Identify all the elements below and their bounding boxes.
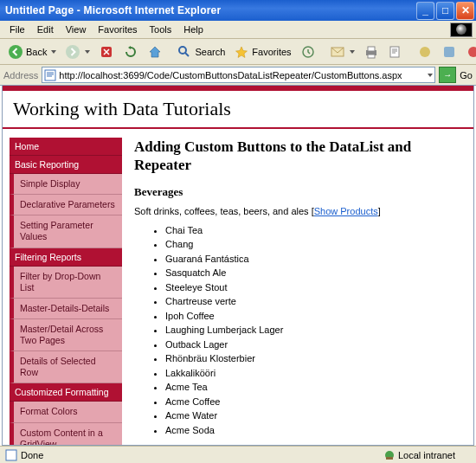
address-label: Address	[3, 70, 38, 80]
list-item: Sasquatch Ale	[165, 266, 463, 280]
list-item: Ipoh Coffee	[165, 309, 463, 324]
svg-line-4	[185, 53, 189, 56]
sidebar-category[interactable]: Customized Formatting	[10, 383, 122, 402]
history-button[interactable]	[296, 42, 320, 62]
done-icon	[5, 449, 17, 461]
status-text: Done	[21, 450, 43, 460]
list-item: Chai Tea	[165, 223, 463, 238]
edit-button[interactable]	[383, 42, 408, 62]
address-bar: Address → Go	[0, 65, 476, 86]
show-products-link[interactable]: Show Products	[314, 206, 378, 216]
favorites-button[interactable]: Favorites	[229, 42, 295, 62]
window-title: Untitled Page - Microsoft Internet Explo…	[5, 4, 415, 16]
mail-button[interactable]	[325, 42, 359, 62]
sidebar-item[interactable]: Details of Selected Row	[10, 351, 122, 383]
favorites-label: Favorites	[252, 47, 291, 57]
product-list: Chai TeaChangGuaraná FantásticaSasquatch…	[165, 223, 463, 438]
svg-rect-8	[368, 47, 375, 51]
url-box[interactable]	[42, 67, 435, 83]
minimize-button[interactable]: _	[416, 2, 434, 20]
search-button[interactable]: Search	[172, 42, 229, 62]
url-input[interactable]	[59, 70, 425, 80]
throbber-icon	[450, 23, 473, 37]
sidebar-category[interactable]: Basic Reporting	[10, 156, 122, 174]
list-item: Chartreuse verte	[165, 294, 463, 309]
svg-rect-9	[368, 55, 375, 58]
mail-icon	[330, 44, 345, 60]
generic-icon	[466, 44, 476, 60]
svg-point-0	[9, 45, 23, 59]
sidebar: HomeBasic ReportingSimple DisplayDeclara…	[10, 138, 122, 446]
list-item: Guaraná Fantástica	[165, 252, 463, 267]
sidebar-item[interactable]: Format Colors	[10, 402, 122, 422]
generic-icon	[441, 44, 457, 60]
security-zone: Local intranet	[383, 449, 455, 461]
extra-button-2[interactable]	[437, 42, 461, 62]
section-heading: Beverages	[134, 185, 463, 199]
history-icon	[300, 44, 316, 60]
go-button[interactable]: →	[439, 67, 456, 83]
stop-icon	[99, 44, 114, 60]
sidebar-item[interactable]: Setting Parameter Values	[10, 215, 122, 248]
intranet-icon	[383, 449, 396, 461]
home-icon	[147, 44, 163, 60]
menubar: File Edit View Favorites Tools Help	[0, 21, 476, 39]
toolbar: Back Search Favorites	[0, 39, 476, 65]
statusbar: Done Local intranet	[0, 446, 476, 463]
refresh-icon	[123, 44, 138, 60]
close-button[interactable]: ✕	[456, 2, 474, 20]
back-icon	[8, 44, 23, 60]
generic-icon	[417, 44, 433, 60]
svg-rect-12	[444, 47, 454, 57]
svg-rect-15	[6, 450, 16, 460]
content-viewport[interactable]: Working with Data Tutorials HomeBasic Re…	[2, 86, 474, 446]
menu-file[interactable]: File	[3, 23, 31, 36]
forward-icon	[65, 44, 80, 60]
sidebar-item[interactable]: Declarative Parameters	[10, 195, 122, 215]
list-item: Lakkalikööri	[165, 366, 463, 381]
refresh-button[interactable]	[119, 42, 143, 62]
window-titlebar: Untitled Page - Microsoft Internet Explo…	[0, 0, 476, 21]
menu-tools[interactable]: Tools	[144, 23, 178, 36]
star-icon	[234, 44, 249, 60]
svg-point-1	[66, 45, 80, 59]
extra-button-3[interactable]	[461, 42, 476, 62]
sidebar-category[interactable]: Home	[10, 138, 122, 156]
list-item: Acme Soda	[165, 423, 463, 438]
sidebar-item[interactable]: Custom Content in a GridView	[10, 423, 122, 447]
main-content: Adding Custom Buttons to the DataList an…	[134, 138, 466, 446]
menu-view[interactable]: View	[60, 23, 93, 36]
page-icon	[44, 69, 56, 81]
svg-rect-10	[390, 47, 399, 57]
search-icon	[177, 44, 192, 60]
list-item: Acme Tea	[165, 380, 463, 395]
search-label: Search	[195, 47, 225, 57]
extra-button-1[interactable]	[413, 42, 437, 62]
section-description: Soft drinks, coffees, teas, beers, and a…	[134, 206, 463, 216]
sidebar-item[interactable]: Master/Detail Across Two Pages	[10, 319, 122, 351]
print-icon	[363, 44, 379, 60]
back-label: Back	[26, 47, 47, 57]
back-button[interactable]: Back	[3, 42, 61, 62]
svg-point-3	[179, 47, 186, 54]
sidebar-category[interactable]: Filtering Reports	[10, 248, 122, 267]
stop-button[interactable]	[94, 42, 119, 62]
forward-button[interactable]	[61, 42, 94, 62]
home-button[interactable]	[143, 42, 167, 62]
list-item: Rhönbräu Klosterbier	[165, 351, 463, 366]
print-button[interactable]	[359, 42, 383, 62]
sidebar-item[interactable]: Filter by Drop-Down List	[10, 267, 122, 299]
go-label: Go	[460, 70, 473, 80]
menu-favorites[interactable]: Favorites	[92, 23, 143, 36]
menu-edit[interactable]: Edit	[31, 23, 60, 36]
list-item: Steeleye Stout	[165, 280, 463, 295]
maximize-button[interactable]: □	[436, 2, 454, 20]
svg-point-11	[420, 47, 430, 57]
sidebar-item[interactable]: Simple Display	[10, 174, 122, 195]
list-item: Acme Coffee	[165, 395, 463, 409]
svg-point-13	[468, 47, 476, 57]
sidebar-item[interactable]: Master-Details-Details	[10, 299, 122, 319]
list-item: Acme Water	[165, 408, 463, 423]
menu-help[interactable]: Help	[177, 23, 209, 36]
chevron-down-icon[interactable]	[428, 74, 433, 77]
